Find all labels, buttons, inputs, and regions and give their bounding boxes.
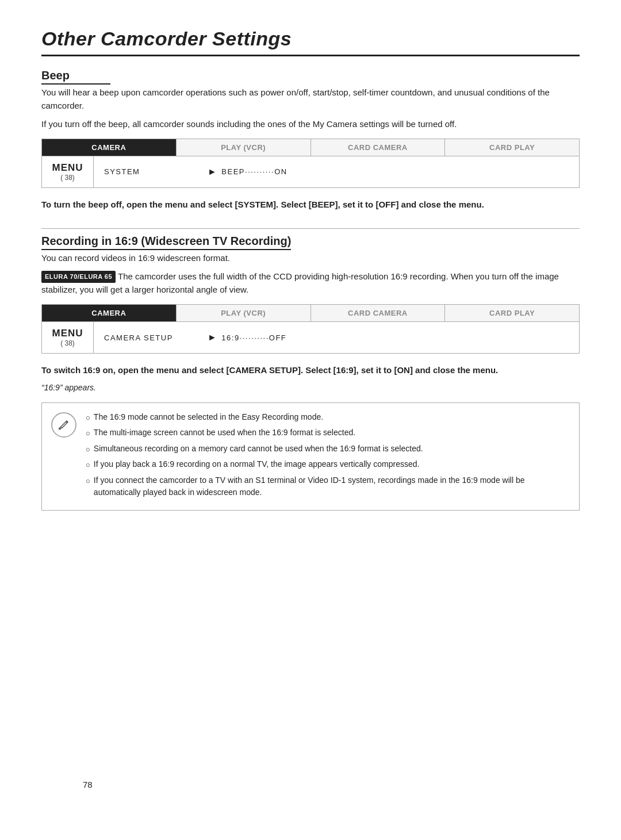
beep-menu-label-cell: MENU ( 38) xyxy=(42,156,94,187)
widescreen-tab-play-vcr[interactable]: PLAY (VCR) xyxy=(177,305,311,321)
beep-section-title: Beep xyxy=(41,69,110,85)
note-item-1: ○ The multi-image screen cannot be used … xyxy=(86,427,570,439)
beep-menu-value: BEEP··········ON xyxy=(221,167,287,176)
note-text-3: If you play back a 16:9 recording on a n… xyxy=(94,458,420,470)
widescreen-para2-text: The camcorder uses the full width of the… xyxy=(41,271,559,295)
beep-tab-card-play[interactable]: CARD PLAY xyxy=(445,139,579,156)
beep-menu-label: MENU xyxy=(52,162,83,174)
note-bullet-1: ○ xyxy=(86,428,90,439)
note-bullet-4: ○ xyxy=(86,475,90,487)
note-bullet-0: ○ xyxy=(86,412,90,424)
widescreen-menu-arrow: ► xyxy=(208,332,217,343)
note-text-1: The multi-image screen cannot be used wh… xyxy=(94,427,355,439)
widescreen-menu-content: CAMERA SETUP ► 16:9··········OFF xyxy=(94,322,579,353)
note-icon xyxy=(51,412,76,438)
page-title: Other Camcorder Settings xyxy=(41,28,580,50)
widescreen-mode-tabs: CAMERA PLAY (VCR) CARD CAMERA CARD PLAY xyxy=(41,304,580,322)
model-badge: ELURA 70/ELURA 65 xyxy=(41,271,116,283)
widescreen-menu-label: MENU xyxy=(52,328,83,339)
beep-menu-system: SYSTEM xyxy=(104,167,208,176)
note-bullet-2: ○ xyxy=(86,444,90,455)
widescreen-tab-card-camera[interactable]: CARD CAMERA xyxy=(311,305,446,321)
widescreen-menu-page: ( 38) xyxy=(60,339,75,347)
note-text-2: Simultaneous recording on a memory card … xyxy=(94,443,423,455)
note-box: ○ The 16:9 mode cannot be selected in th… xyxy=(41,402,580,511)
beep-menu-row: MENU ( 38) SYSTEM ► BEEP··········ON xyxy=(41,156,580,188)
note-bullet-3: ○ xyxy=(86,459,90,471)
note-item-2: ○ Simultaneous recording on a memory car… xyxy=(86,443,570,455)
widescreen-menu-label-cell: MENU ( 38) xyxy=(42,322,94,353)
note-content: ○ The 16:9 mode cannot be selected in th… xyxy=(86,411,570,502)
svg-line-0 xyxy=(61,427,62,428)
beep-instruction: To turn the beep off, open the menu and … xyxy=(41,198,580,212)
beep-tab-play-vcr[interactable]: PLAY (VCR) xyxy=(177,139,311,156)
note-text-0: The 16:9 mode cannot be selected in the … xyxy=(94,411,323,423)
widescreen-menu-value: 16:9··········OFF xyxy=(221,333,286,342)
page-number: 78 xyxy=(83,780,93,789)
widescreen-rule xyxy=(41,228,580,229)
note-text-4: If you connect the camcorder to a TV wit… xyxy=(94,474,570,498)
widescreen-menu-camera-setup: CAMERA SETUP xyxy=(104,333,208,342)
beep-para1: You will hear a beep upon camcorder oper… xyxy=(41,86,580,113)
widescreen-tab-camera[interactable]: CAMERA xyxy=(42,305,177,321)
widescreen-tab-card-play[interactable]: CARD PLAY xyxy=(445,305,579,321)
widescreen-para2: ELURA 70/ELURA 65The camcorder uses the … xyxy=(41,270,580,297)
widescreen-para1: You can record videos in 16:9 widescreen… xyxy=(41,251,580,264)
note-item-0: ○ The 16:9 mode cannot be selected in th… xyxy=(86,411,570,424)
beep-menu-content: SYSTEM ► BEEP··········ON xyxy=(94,156,579,187)
appears-text: “16:9” appears. xyxy=(41,383,580,392)
beep-para2: If you turn off the beep, all camcorder … xyxy=(41,117,580,131)
beep-section: Beep You will hear a beep upon camcorder… xyxy=(41,69,580,211)
note-item-3: ○ If you play back a 16:9 recording on a… xyxy=(86,458,570,471)
pencil-icon xyxy=(56,417,71,432)
widescreen-section-title: Recording in 16:9 (Widescreen TV Recordi… xyxy=(41,235,291,250)
note-item-4: ○ If you connect the camcorder to a TV w… xyxy=(86,474,570,498)
beep-menu-page: ( 38) xyxy=(60,174,75,182)
beep-tab-card-camera[interactable]: CARD CAMERA xyxy=(311,139,446,156)
beep-menu-arrow: ► xyxy=(208,167,217,177)
beep-mode-tabs: CAMERA PLAY (VCR) CARD CAMERA CARD PLAY xyxy=(41,139,580,156)
beep-tab-camera[interactable]: CAMERA xyxy=(42,139,177,156)
widescreen-instruction: To switch 16:9 on, open the menu and sel… xyxy=(41,364,580,377)
title-rule xyxy=(41,55,580,56)
widescreen-section: Recording in 16:9 (Widescreen TV Recordi… xyxy=(41,235,580,511)
widescreen-menu-row: MENU ( 38) CAMERA SETUP ► 16:9··········… xyxy=(41,322,580,354)
